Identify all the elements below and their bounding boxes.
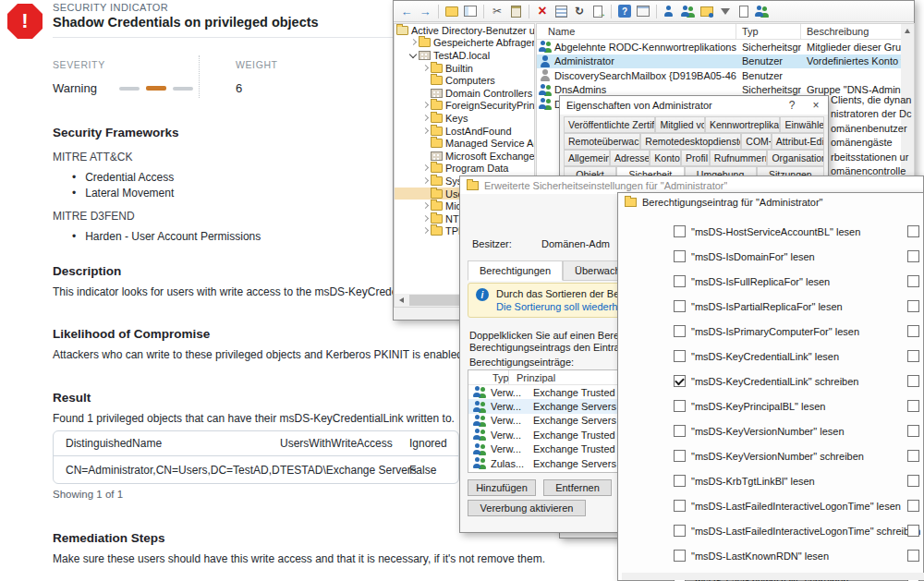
- expand-chevron-icon[interactable]: [420, 138, 431, 149]
- help-icon[interactable]: [616, 3, 633, 19]
- permission-checkbox[interactable]: [907, 300, 919, 312]
- permission-checkbox[interactable]: [907, 325, 919, 337]
- permission-checkbox[interactable]: [674, 550, 686, 562]
- toolbar-separator[interactable]: [483, 5, 484, 18]
- column-header-typ[interactable]: Typ: [736, 24, 801, 40]
- expand-chevron-icon[interactable]: [420, 88, 431, 99]
- expand-chevron-icon[interactable]: [420, 225, 431, 236]
- expand-chevron-icon[interactable]: [420, 63, 431, 74]
- up-one-level-icon[interactable]: [444, 3, 460, 19]
- permission-checkbox[interactable]: [907, 400, 919, 412]
- permission-checkbox[interactable]: [907, 375, 919, 387]
- permission-checkbox[interactable]: [674, 500, 686, 512]
- expand-chevron-icon[interactable]: [408, 50, 419, 61]
- tree-item[interactable]: Microsoft Exchange Secu: [395, 150, 534, 163]
- permission-checkbox[interactable]: [674, 325, 686, 337]
- permission-checkbox[interactable]: [907, 250, 919, 262]
- expand-chevron-icon[interactable]: [420, 126, 431, 137]
- permission-checkbox[interactable]: [674, 450, 686, 462]
- restore-sorting-link[interactable]: Die Sortierung soll wiederher: [496, 301, 634, 312]
- tree-item[interactable]: Keys: [395, 112, 534, 125]
- enable-inheritance-button[interactable]: Vererbung aktivieren: [468, 500, 586, 516]
- column-header-typ[interactable]: Typ: [468, 370, 509, 385]
- new-group-icon[interactable]: [680, 3, 697, 19]
- tree-item[interactable]: ForeignSecurityPrincipals: [395, 100, 534, 113]
- tree-item[interactable]: Gespeicherte Abfragen: [395, 37, 534, 50]
- permission-checkbox[interactable]: [907, 475, 919, 487]
- properties-tab[interactable]: Adresse: [610, 150, 650, 166]
- expand-chevron-icon[interactable]: [420, 200, 431, 212]
- remove-button[interactable]: Entfernen: [543, 479, 612, 496]
- properties-tab[interactable]: Einwählen: [780, 116, 824, 133]
- permission-checkbox[interactable]: [907, 350, 919, 362]
- properties-tab[interactable]: Allgemein: [564, 150, 610, 166]
- properties-tab[interactable]: Konto: [650, 150, 681, 166]
- properties-tab[interactable]: COM+: [741, 133, 772, 150]
- toolbar-separator[interactable]: [529, 5, 529, 18]
- expand-chevron-icon[interactable]: [420, 151, 431, 162]
- permission-checkbox[interactable]: [907, 500, 919, 512]
- permission-checkbox[interactable]: [674, 275, 686, 287]
- toolbar-separator[interactable]: [611, 5, 612, 18]
- set-filter-icon[interactable]: [717, 3, 734, 19]
- permission-checkbox[interactable]: [674, 400, 686, 412]
- properties-tab[interactable]: Attribut-Editor: [772, 133, 824, 150]
- permission-checkbox[interactable]: [907, 550, 919, 562]
- permission-checkbox[interactable]: [907, 450, 919, 462]
- expand-chevron-icon[interactable]: [408, 37, 419, 48]
- permission-checkbox[interactable]: [907, 425, 919, 437]
- properties-tab[interactable]: Remotedesktopdienste-Profil: [640, 133, 741, 150]
- permission-checkbox[interactable]: [674, 225, 686, 237]
- refresh-icon[interactable]: [571, 3, 588, 19]
- tree-item[interactable]: Computers: [395, 74, 534, 87]
- properties-tab[interactable]: Rufnummern: [710, 150, 768, 166]
- properties-tab[interactable]: Profil: [681, 150, 710, 166]
- list-item[interactable]: Administrator Benutzer Vordefiniertes Ko…: [537, 54, 914, 69]
- add-button[interactable]: Hinzufügen: [468, 479, 536, 496]
- back-icon[interactable]: [398, 3, 415, 19]
- advanced-tab[interactable]: Berechtigungen: [468, 260, 563, 281]
- expand-chevron-icon[interactable]: [420, 163, 431, 174]
- expand-chevron-icon[interactable]: [420, 75, 431, 86]
- properties-icon[interactable]: [553, 3, 569, 19]
- expand-chevron-icon[interactable]: [420, 113, 431, 124]
- column-header-beschreibung[interactable]: Beschreibung: [801, 24, 914, 40]
- delegate-control-icon[interactable]: [754, 3, 771, 19]
- new-user-icon[interactable]: [662, 3, 678, 19]
- permission-checkbox[interactable]: [674, 375, 686, 387]
- tree-item[interactable]: Domain Controllers: [395, 87, 534, 100]
- permission-checkbox[interactable]: [907, 525, 919, 537]
- tree-item[interactable]: TestAD.local: [395, 49, 534, 62]
- tree-item[interactable]: Active Directory-Benutzer und -: [395, 24, 534, 37]
- tree-item[interactable]: Managed Service Accour: [395, 137, 534, 150]
- tree-item[interactable]: Builtin: [395, 62, 534, 75]
- new-query-icon[interactable]: [736, 3, 752, 19]
- tree-item[interactable]: LostAndFound: [395, 125, 534, 138]
- close-button[interactable]: ×: [804, 96, 828, 115]
- expand-chevron-icon[interactable]: [420, 176, 431, 187]
- permission-checkbox[interactable]: [674, 425, 686, 437]
- add-to-group-icon[interactable]: [699, 3, 715, 19]
- permission-checkbox[interactable]: [674, 525, 686, 537]
- export-list-icon[interactable]: [590, 3, 606, 19]
- toolbar-separator[interactable]: [438, 5, 439, 18]
- scroll-left-icon[interactable]: [395, 294, 407, 307]
- permission-checkbox[interactable]: [674, 350, 686, 362]
- scroll-up-icon[interactable]: [901, 24, 914, 37]
- toolbar-separator[interactable]: [656, 5, 657, 18]
- expand-chevron-icon[interactable]: [420, 100, 431, 111]
- properties-tab[interactable]: Remoteüberwachung: [564, 133, 640, 150]
- column-header-name[interactable]: Name: [537, 24, 736, 40]
- permission-checkbox[interactable]: [907, 225, 919, 237]
- show-console-tree-icon[interactable]: [462, 3, 479, 19]
- expand-chevron-icon[interactable]: [420, 213, 431, 224]
- permission-checkbox[interactable]: [674, 475, 686, 487]
- tree-item[interactable]: Program Data: [395, 163, 534, 176]
- forward-icon[interactable]: [417, 3, 433, 19]
- properties-tab[interactable]: Kennwortreplikation: [705, 116, 781, 133]
- console-window-icon[interactable]: [635, 3, 651, 19]
- permission-checkbox[interactable]: [674, 300, 686, 312]
- properties-tab[interactable]: Organisation: [767, 150, 824, 166]
- list-item[interactable]: Abgelehnte RODC-Kennwortreplikationsgrup…: [537, 40, 914, 54]
- help-button[interactable]: ?: [780, 96, 804, 115]
